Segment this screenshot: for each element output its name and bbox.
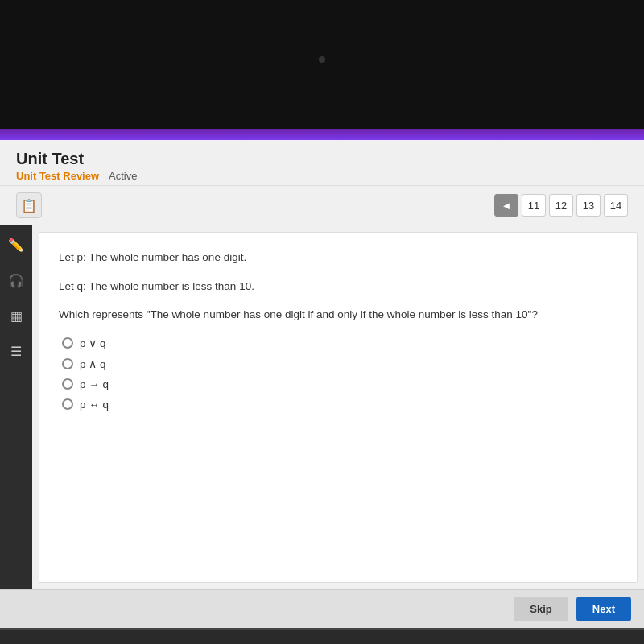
next-button[interactable]: Next [576, 597, 631, 621]
pagination: ◄ 11 12 13 14 [494, 194, 628, 217]
page-14-button[interactable]: 14 [604, 194, 628, 217]
question-area: Let p: The whole number has one digit. L… [39, 232, 638, 583]
laptop-camera [319, 56, 325, 63]
page-header: Unit Test Unit Test Review Active [0, 140, 644, 186]
skip-button[interactable]: Skip [514, 597, 568, 621]
footer: Skip Next [0, 589, 644, 628]
clipboard-icon: 📋 [21, 198, 37, 213]
option-2[interactable]: p ∧ q [62, 357, 617, 370]
option-3-label: p → q [80, 378, 109, 390]
option-4[interactable]: p ↔ q [62, 398, 617, 411]
page-title: Unit Test [16, 150, 628, 168]
radio-2[interactable] [62, 358, 73, 369]
option-4-label: p ↔ q [80, 398, 109, 411]
radio-1[interactable] [62, 337, 73, 349]
radio-4[interactable] [62, 398, 73, 410]
sidebar-list-icon[interactable]: ☰ [5, 340, 27, 362]
question-line2: Let q: The whole number is less than 10. [59, 278, 617, 295]
laptop-bottom-bezel [0, 628, 644, 644]
prev-page-button[interactable]: ◄ [494, 194, 518, 217]
status-badge: Active [109, 170, 137, 182]
option-2-label: p ∧ q [80, 357, 106, 370]
sidebar-headphones-icon[interactable]: 🎧 [5, 269, 27, 291]
sidebar-chart-icon[interactable]: ▦ [5, 304, 27, 327]
question-prompt: Which represents "The whole number has o… [59, 306, 617, 324]
header-subtitle-link[interactable]: Unit Test Review [16, 170, 99, 182]
options-list: p ∨ q p ∧ q p → q p ↔ q [59, 336, 617, 411]
option-1[interactable]: p ∨ q [62, 336, 617, 349]
body-layout: ✏️ 🎧 ▦ ☰ Let p: The whole number has one… [0, 225, 644, 589]
sidebar: ✏️ 🎧 ▦ ☰ [0, 225, 32, 589]
page-11-button[interactable]: 11 [522, 194, 546, 217]
toolbar: 📋 ◄ 11 12 13 14 [0, 186, 644, 225]
radio-3[interactable] [62, 378, 73, 390]
page-12-button[interactable]: 12 [549, 194, 573, 217]
option-3[interactable]: p → q [62, 378, 617, 390]
option-1-label: p ∨ q [80, 336, 106, 349]
purple-accent-bar [0, 129, 644, 140]
question-line1: Let p: The whole number has one digit. [59, 249, 617, 266]
tool-icon-button[interactable]: 📋 [16, 192, 42, 218]
page-13-button[interactable]: 13 [576, 194, 601, 217]
sidebar-pencil-icon[interactable]: ✏️ [5, 233, 27, 256]
